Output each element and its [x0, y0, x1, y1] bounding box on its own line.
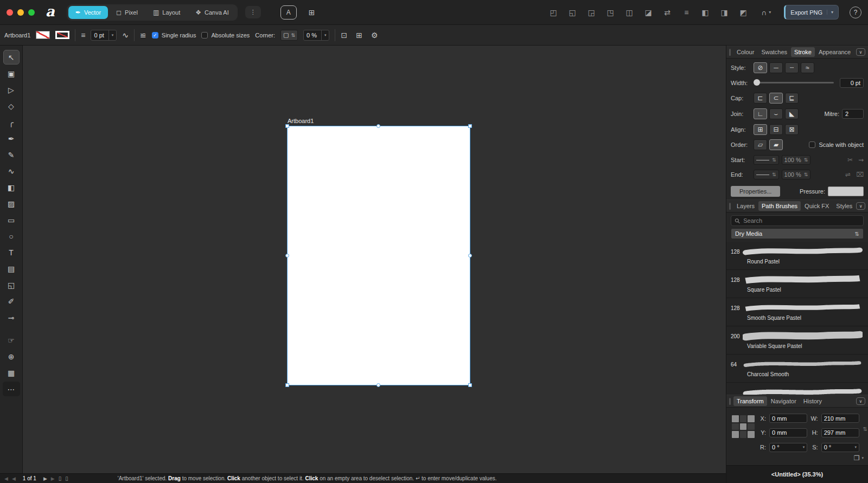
panel-collapse-button[interactable]: ∨: [856, 202, 865, 210]
persona-tab[interactable]: ❖ Canva AI: [188, 6, 235, 19]
grid-tool[interactable]: ▦: [3, 365, 20, 380]
rectangle-tool[interactable]: ▭: [3, 212, 20, 227]
artboard-tool[interactable]: ▣: [3, 66, 20, 81]
brush-item[interactable]: 128 Smooth Square Pastel: [726, 298, 868, 326]
hand-tool[interactable]: ☞: [3, 333, 20, 347]
canvas[interactable]: Artboard1: [23, 46, 726, 473]
document-tab[interactable]: <Untitled> (35.3%): [726, 465, 868, 483]
align-inside-icon[interactable]: ⊟: [769, 124, 783, 135]
stroke-front-icon[interactable]: ▰: [769, 139, 783, 150]
panel-grip[interactable]: [729, 203, 731, 210]
join-round-icon[interactable]: ⌣: [769, 108, 783, 119]
next-page-icon[interactable]: ▶: [43, 476, 47, 481]
node-tool[interactable]: ▷: [3, 82, 20, 97]
transform-field-input[interactable]: 0 mm: [769, 428, 807, 437]
corner-type-button[interactable]: ▢ ⇅: [280, 30, 298, 41]
single-radius-checkbox[interactable]: ✓: [152, 32, 158, 38]
transparency-tool[interactable]: ▨: [3, 196, 20, 211]
corner-tool[interactable]: ╭: [3, 115, 20, 130]
pen-tool[interactable]: ✒: [3, 131, 20, 146]
cap-square-icon[interactable]: ⊑: [785, 93, 799, 104]
artboard[interactable]: [288, 126, 470, 385]
brush-item[interactable]: 128 Square Pastel: [726, 270, 868, 298]
brush-item[interactable]: [726, 383, 868, 395]
stroke-width-select[interactable]: 0 pt ▾: [91, 30, 117, 41]
selection-handle-mid-left[interactable]: [285, 254, 289, 257]
panel-tab[interactable]: Quick FX: [801, 201, 832, 211]
single-radius-option[interactable]: ✓ Single radius: [152, 32, 196, 38]
transform-field-input[interactable]: 297 mm: [821, 428, 859, 437]
assistant-gear-icon[interactable]: ⚙: [371, 31, 378, 40]
panel-tab[interactable]: Transform: [733, 396, 767, 406]
transform-field-input[interactable]: 0 mm: [769, 414, 807, 423]
fill-swatch[interactable]: [36, 31, 50, 39]
prev-page-icon[interactable]: ◀: [12, 476, 16, 481]
absolute-sizes-option[interactable]: Absolute sizes: [201, 32, 250, 38]
start-style-select[interactable]: ⇅: [754, 155, 779, 165]
scissors-icon[interactable]: ✂: [847, 156, 853, 164]
mitre-input[interactable]: 2: [842, 109, 864, 119]
contour-tool[interactable]: ◇: [3, 99, 20, 113]
width-slider-knob[interactable]: [754, 79, 760, 86]
insert-target-icon[interactable]: ◪: [643, 8, 653, 17]
wh-link-icon[interactable]: ⇅: [863, 426, 867, 432]
properties-button[interactable]: Properties...: [731, 186, 780, 197]
pressure-field[interactable]: [828, 186, 864, 196]
swap-ends-icon[interactable]: ⇌: [845, 171, 851, 178]
move-to-back-icon[interactable]: ◩: [738, 8, 748, 17]
panel-tab[interactable]: Stroke: [791, 47, 815, 57]
selection-handle-bottom-left[interactable]: [285, 383, 289, 387]
move-tool[interactable]: ↖: [3, 50, 20, 65]
end-pressure-select[interactable]: 100 %⇅: [782, 170, 811, 179]
brush-item[interactable]: 200 Variable Square Pastel: [726, 326, 868, 355]
persona-tab[interactable]: ◻ Pixel: [109, 6, 145, 19]
align-centre-icon[interactable]: ⊞: [754, 124, 767, 135]
cap-butt-icon[interactable]: ⊏: [754, 93, 767, 104]
dash-stroke-icon[interactable]: ┄: [785, 62, 799, 73]
absolute-sizes-checkbox[interactable]: [201, 32, 208, 38]
panel-collapse-button[interactable]: ∨: [856, 397, 865, 405]
boolean-subtract-icon[interactable]: ◱: [567, 8, 577, 17]
vector-crop-tool[interactable]: ◱: [3, 278, 20, 292]
join-bevel-icon[interactable]: ◣: [785, 108, 799, 119]
export-png-button[interactable]: Export PNG ▾: [784, 5, 839, 20]
duplicate-icon[interactable]: ◨: [719, 8, 729, 17]
artboard-title[interactable]: Artboard1: [288, 118, 314, 124]
close-button[interactable]: [7, 9, 13, 16]
width-input[interactable]: 0 pt: [840, 78, 864, 88]
boolean-divide-icon[interactable]: ◳: [605, 8, 615, 17]
stroke-swatch[interactable]: [55, 31, 69, 39]
transform-field-input[interactable]: 0 °: [821, 443, 859, 452]
no-stroke-icon[interactable]: ⊘: [754, 62, 767, 73]
copy-pressure-icon[interactable]: ⇝: [858, 156, 864, 164]
brush-search-input[interactable]: [743, 217, 860, 224]
panel-options-icon[interactable]: ❐: [854, 454, 860, 462]
first-page-icon[interactable]: ◀: [4, 476, 8, 481]
export-chevron-icon[interactable]: ▾: [827, 10, 833, 15]
stroke-behind-icon[interactable]: ▱: [754, 139, 767, 150]
delete-pressure-icon[interactable]: ⌧: [856, 171, 864, 178]
scale-with-object-option[interactable]: Scale with object: [809, 141, 864, 148]
panel-tab[interactable]: Swatches: [758, 47, 790, 57]
panel-tab[interactable]: Layers: [733, 201, 758, 211]
style-picker-tool[interactable]: ✐: [3, 294, 20, 308]
boolean-intersect-icon[interactable]: ◲: [586, 8, 596, 17]
stroke-sliders-button[interactable]: ≌: [140, 31, 146, 40]
panel-tab[interactable]: Navigator: [768, 396, 800, 406]
colour-picker-tool[interactable]: ⊸: [3, 310, 20, 325]
width-slider[interactable]: [755, 82, 834, 83]
zoom-tool[interactable]: ⊕: [3, 349, 20, 364]
anchor-point-selector[interactable]: [732, 415, 755, 438]
vector-brush-tool[interactable]: ∿: [3, 164, 20, 178]
panel-grip[interactable]: [729, 49, 731, 56]
minimize-button[interactable]: [17, 9, 24, 16]
corner-percent-select[interactable]: 0 % ▾: [303, 30, 329, 41]
pressure-profile-button[interactable]: ∿: [122, 31, 129, 40]
help-button[interactable]: ?: [850, 7, 861, 18]
pages-view-icon[interactable]: ▯: [65, 475, 68, 481]
flip-horizontal-icon[interactable]: ⇄: [662, 8, 672, 17]
panel-collapse-button[interactable]: ∨: [856, 48, 865, 56]
cap-round-icon[interactable]: ⊂: [769, 93, 783, 104]
persona-menu-button[interactable]: ⋮: [245, 6, 261, 18]
transform-field-input[interactable]: 0 °: [769, 443, 807, 452]
